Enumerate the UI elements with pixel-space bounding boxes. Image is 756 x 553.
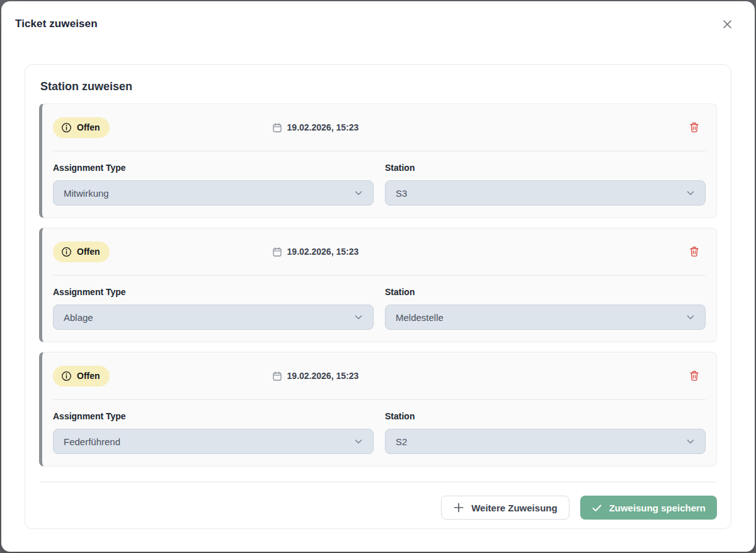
station-field: Station S3 [385,163,706,206]
status-badge: Offen [53,117,110,138]
plus-icon [453,502,464,513]
trash-icon [689,122,699,133]
assignment-type-label: Assignment Type [53,163,374,173]
assignment-card-body: Assignment Type Federführend Station S2 [53,400,706,454]
delete-assignment-button[interactable] [688,369,701,383]
delete-assignment-button[interactable] [688,120,701,134]
station-select[interactable]: Meldestelle [385,305,706,330]
add-assignment-label: Weitere Zuweisung [471,503,557,513]
dialog-header: Ticket zuweisen [1,1,755,47]
station-select[interactable]: S2 [385,429,706,454]
assignment-card-header: Offen 19.02.2026, 15:23 [53,352,706,399]
calendar-icon [272,122,282,133]
ticket-assign-dialog: Ticket zuweisen Station zuweisen Offen [1,1,755,552]
footer-actions: Weitere Zuweisung Zuweisung speichern [39,496,717,520]
status-badge-label: Offen [77,371,100,381]
info-icon [61,371,72,381]
assignment-card-body: Assignment Type Mitwirkung Station S3 [53,151,706,206]
chevron-down-icon [685,188,696,198]
dialog-title: Ticket zuweisen [15,18,98,30]
assignment-type-field: Assignment Type Ablage [53,287,374,330]
timestamp-text: 19.02.2026, 15:23 [287,371,359,381]
timestamp: 19.02.2026, 15:23 [272,371,359,381]
status-badge: Offen [53,242,110,262]
timestamp-text: 19.02.2026, 15:23 [287,247,359,257]
save-assignment-label: Zuweisung speichern [609,503,706,513]
station-field: Station S2 [385,411,706,454]
assignment-type-field: Assignment Type Mitwirkung [53,163,374,206]
assignment-type-select[interactable]: Ablage [53,305,374,330]
assignment-card-header: Offen 19.02.2026, 15:23 [53,104,706,151]
status-badge-label: Offen [77,122,100,132]
station-assign-panel: Station zuweisen Offen 19.02.2026, 15:23 [25,64,731,529]
status-badge-label: Offen [77,247,100,257]
chevron-down-icon [685,312,696,322]
station-label: Station [385,287,706,297]
chevron-down-icon [353,312,364,322]
station-field: Station Meldestelle [385,287,706,330]
station-value: S2 [396,436,407,447]
delete-assignment-button[interactable] [688,245,701,259]
info-icon [61,122,72,133]
close-button[interactable] [719,16,736,33]
calendar-icon [272,371,282,381]
info-icon [61,247,72,257]
chevron-down-icon [353,436,364,446]
chevron-down-icon [353,188,364,198]
chevron-down-icon [685,436,696,446]
calendar-icon [272,247,282,257]
assignment-type-select[interactable]: Federführend [53,429,374,454]
add-assignment-button[interactable]: Weitere Zuweisung [441,496,569,520]
station-label: Station [385,163,706,173]
timestamp: 19.02.2026, 15:23 [272,247,359,257]
trash-icon [689,246,699,257]
assignment-type-field: Assignment Type Federführend [53,411,374,454]
assignment-type-select[interactable]: Mitwirkung [53,180,374,206]
close-icon [721,18,733,30]
assignment-type-value: Federführend [64,436,120,447]
station-value: S3 [396,188,407,199]
assignment-card-body: Assignment Type Ablage Station Meldestel… [53,276,706,330]
assignment-type-value: Mitwirkung [64,188,109,199]
assignment-type-value: Ablage [64,312,93,323]
save-assignment-button[interactable]: Zuweisung speichern [580,496,717,520]
assignment-card: Offen 19.02.2026, 15:23 Assignment [39,352,717,467]
station-value: Meldestelle [396,312,444,323]
assignment-card: Offen 19.02.2026, 15:23 Assignment [39,103,717,218]
panel-heading: Station zuweisen [40,80,717,93]
check-icon [592,503,602,513]
assignment-card-header: Offen 19.02.2026, 15:23 [53,228,706,275]
status-badge: Offen [53,366,110,387]
station-label: Station [385,411,706,421]
assignment-card: Offen 19.02.2026, 15:23 Assignment [39,228,717,342]
timestamp-text: 19.02.2026, 15:23 [287,122,359,132]
timestamp: 19.02.2026, 15:23 [272,122,359,133]
station-select[interactable]: S3 [385,180,706,206]
assignment-type-label: Assignment Type [53,411,374,421]
trash-icon [689,370,699,381]
assignment-type-label: Assignment Type [53,287,374,297]
footer-divider [39,482,717,482]
